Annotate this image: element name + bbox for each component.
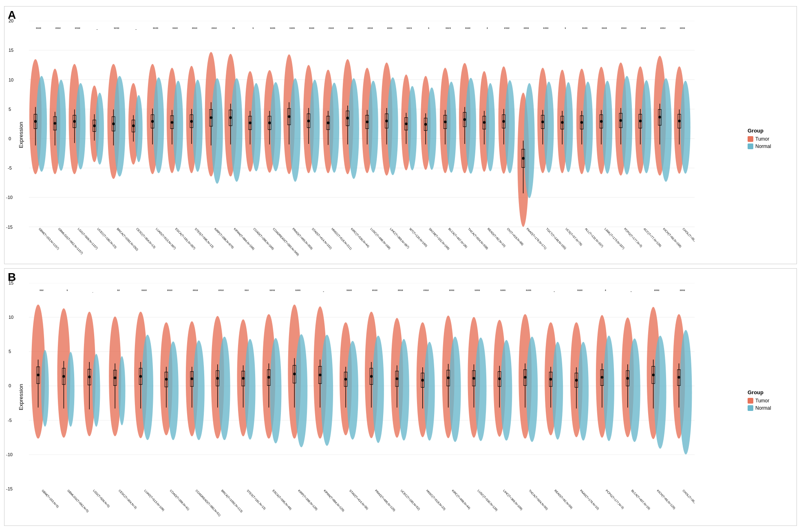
svg-point-127 [483, 121, 485, 124]
svg-text:****: **** [36, 26, 41, 31]
svg-text:****: **** [660, 26, 666, 31]
svg-text:****: **** [641, 26, 646, 31]
svg-point-79 [310, 80, 320, 173]
svg-text:LUAD(T=513,N=109): LUAD(T=513,N=109) [143, 489, 165, 512]
svg-point-84 [329, 83, 339, 173]
svg-text:****: **** [348, 26, 353, 31]
svg-point-29 [114, 76, 125, 177]
legend-normal-box-a [748, 143, 753, 149]
svg-text:-: - [554, 288, 555, 293]
panel-a: A Expression 20 15 10 5 0 -5 -10 -15 [4, 6, 797, 264]
legend-title-a: Group [748, 128, 792, 134]
ytick-b: -15 [6, 486, 13, 491]
svg-text:COADREAD(T=380,N=51): COADREAD(T=380,N=51) [195, 489, 221, 517]
svg-point-312 [319, 373, 321, 376]
svg-text:****: **** [368, 26, 373, 31]
svg-text:****: **** [398, 288, 403, 293]
svg-point-107 [405, 122, 408, 125]
violin-b-kich [647, 307, 666, 448]
svg-text:****: **** [523, 26, 529, 31]
svg-text:**: ** [117, 288, 120, 293]
svg-point-304 [295, 334, 307, 447]
svg-point-277 [139, 375, 142, 377]
svg-point-122 [463, 118, 466, 121]
svg-point-112 [424, 123, 427, 126]
svg-point-377 [652, 373, 655, 376]
svg-point-62 [229, 116, 232, 119]
legend-tumor-box-b [748, 398, 753, 404]
violin-all [576, 69, 593, 174]
chart-svg-a: **** **** **** - **** - **** **** **** *… [29, 21, 695, 227]
svg-text:****: **** [680, 288, 685, 293]
violin-b-hnsc [417, 322, 435, 440]
svg-text:ALL(T=132,N=337): ALL(T=132,N=337) [584, 227, 604, 248]
svg-text:PCPG(T=177,N=3): PCPG(T=177,N=3) [605, 489, 624, 510]
svg-point-119 [466, 78, 476, 174]
svg-text:UCEC(T=180,N=23): UCEC(T=180,N=23) [97, 227, 117, 249]
violin-b-coad [160, 322, 179, 440]
violin-blca [440, 68, 456, 173]
svg-text:CESC(T=304,N=3): CESC(T=304,N=3) [118, 489, 137, 510]
svg-point-69 [270, 82, 281, 171]
svg-point-142 [542, 121, 544, 124]
svg-point-97 [366, 121, 369, 124]
svg-text:****: **** [680, 26, 685, 31]
violin-lusc [362, 68, 378, 173]
violin-lgg [69, 64, 86, 174]
violin-cesc [128, 83, 143, 165]
svg-point-354 [552, 342, 563, 439]
violin-b-read [545, 322, 563, 439]
violin-kich [654, 56, 672, 182]
svg-text:-: - [631, 288, 632, 293]
svg-text:STES(T=181,N=13): STES(T=181,N=13) [246, 489, 267, 510]
svg-text:****: **** [474, 288, 480, 293]
violin-skcm [421, 76, 436, 170]
svg-text:****: **** [465, 26, 470, 31]
svg-text:.: . [93, 288, 93, 293]
violin-laml [596, 67, 612, 174]
svg-text:COAD(T=288,N=168): COAD(T=288,N=168) [253, 227, 275, 251]
svg-point-147 [561, 121, 563, 124]
svg-point-99 [387, 77, 398, 175]
legend-tumor-box-a [748, 136, 753, 142]
svg-text:***: *** [245, 288, 249, 293]
violin-b-kirp [288, 304, 307, 447]
svg-point-27 [93, 124, 96, 127]
violin-b-lusc [468, 317, 486, 441]
svg-point-39 [153, 77, 164, 173]
svg-text:*: * [565, 26, 566, 31]
ytick: 15 [9, 48, 13, 53]
panel-a-label: A [8, 9, 16, 22]
violin-pcpg [615, 62, 632, 175]
violin-stad [303, 65, 320, 173]
violin-b-chol [673, 314, 692, 454]
svg-point-24 [95, 93, 104, 164]
svg-text:STES(T=595,N=13): STES(T=595,N=13) [194, 227, 214, 249]
svg-point-309 [321, 334, 333, 446]
violin-wt [401, 75, 417, 170]
svg-point-327 [396, 377, 398, 380]
violin-paad [517, 83, 534, 227]
svg-text:****: **** [295, 288, 300, 293]
svg-point-42 [151, 120, 154, 123]
svg-point-139 [544, 82, 554, 172]
svg-point-289 [218, 336, 230, 440]
svg-text:****: **** [269, 288, 275, 293]
svg-point-374 [654, 336, 666, 448]
svg-point-87 [327, 121, 329, 124]
svg-text:****: **** [406, 26, 412, 31]
svg-point-274 [142, 334, 153, 440]
svg-point-159 [622, 76, 632, 174]
violin-acc [635, 66, 651, 174]
svg-text:*: * [487, 26, 488, 31]
svg-point-314 [347, 341, 358, 439]
svg-point-134 [524, 83, 534, 198]
svg-text:****: **** [582, 26, 587, 31]
svg-text:****: **** [500, 288, 505, 293]
svg-text:****: **** [75, 26, 80, 31]
violin-kipan [225, 54, 243, 182]
svg-point-167 [639, 119, 642, 122]
violin-b-thca [519, 314, 538, 442]
violin-coadread [264, 70, 281, 173]
svg-text:STAD(T=414,N=36): STAD(T=414,N=36) [349, 489, 369, 510]
